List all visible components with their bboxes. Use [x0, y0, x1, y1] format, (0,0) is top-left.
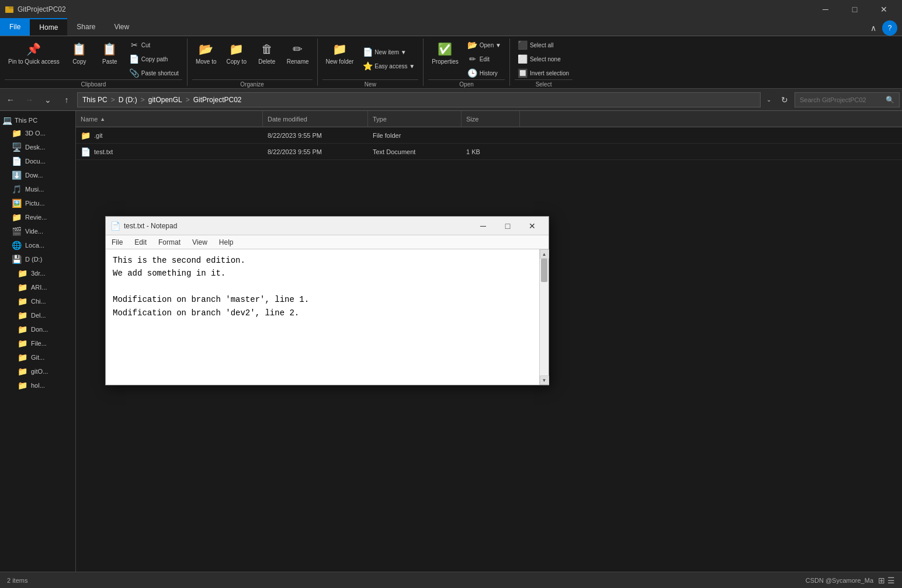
invert-selection-button[interactable]: 🔲 Invert selection [515, 67, 573, 79]
paste-button[interactable]: 📋 Paste [96, 39, 124, 79]
sidebar-item-desktop[interactable]: 🖥️ Desk... [0, 140, 75, 154]
open-button[interactable]: 📂 Open ▼ [464, 39, 505, 51]
sidebar-item-git[interactable]: 📁 Git... [0, 350, 75, 364]
tab-file[interactable]: File [0, 18, 30, 36]
window-title: GitProjectPC02 [18, 5, 66, 13]
notepad-minimize-button[interactable]: ─ [471, 218, 495, 234]
sidebar-item-this-pc[interactable]: 💻 This PC [0, 113, 75, 126]
collapse-ribbon-button[interactable]: ∧ [867, 21, 880, 35]
desktop-icon: 🖥️ [12, 142, 22, 152]
new-item-icon: 📄 [363, 47, 372, 57]
copy-button[interactable]: 📋 Copy [65, 39, 93, 79]
search-box[interactable]: 🔍 [795, 92, 900, 107]
maximize-button[interactable]: □ [841, 0, 868, 19]
select-all-button[interactable]: ⬛ Select all [515, 39, 573, 51]
scroll-down-button[interactable]: ▼ [540, 375, 549, 385]
scroll-up-button[interactable]: ▲ [540, 249, 549, 259]
notepad-text-area[interactable]: This is the second edition. We add somet… [106, 249, 539, 385]
path-dropdown-button[interactable]: ⌄ [763, 92, 775, 107]
sidebar-item-d-drive[interactable]: 💾 D (D:) [0, 252, 75, 266]
rename-button[interactable]: ✏ Rename [283, 39, 313, 79]
back-button[interactable]: ← [2, 92, 19, 108]
ribbon-tabs: File Home Share View ∧ ? [0, 19, 902, 36]
column-size[interactable]: Size [462, 111, 520, 127]
sidebar-item-3dr[interactable]: 📁 3dr... [0, 266, 75, 280]
sidebar-item-3d-objects[interactable]: 📁 3D O... [0, 126, 75, 140]
delete-icon: 🗑 [259, 41, 275, 57]
move-to-button[interactable]: 📂 Move to [192, 39, 220, 79]
new-folder-button[interactable]: 📁 New folder [322, 39, 358, 79]
sidebar-item-don[interactable]: 📁 Don... [0, 322, 75, 336]
notepad-close-button[interactable]: ✕ [521, 218, 544, 234]
minimize-button[interactable]: ─ [812, 0, 839, 19]
properties-icon: ✅ [437, 41, 453, 57]
sidebar-item-chi[interactable]: 📁 Chi... [0, 294, 75, 308]
list-view-icon[interactable]: ☰ [887, 576, 895, 585]
notepad-menu-help[interactable]: Help [213, 235, 240, 249]
recent-button[interactable]: ⌄ [40, 92, 56, 108]
title-bar: GitProjectPC02 ─ □ ✕ [0, 0, 902, 19]
sidebar-item-ari[interactable]: 📁 ARI... [0, 280, 75, 294]
up-button[interactable]: ↑ [58, 92, 75, 108]
help-button[interactable]: ? [882, 20, 897, 36]
file-type-testtxt: Text Document [368, 148, 462, 155]
copy-to-button[interactable]: 📁 Copy to [223, 39, 251, 79]
file-row-git[interactable]: 📁 .git 8/22/2023 9:55 PM File folder [76, 127, 902, 144]
notepad-menu-file[interactable]: File [106, 235, 129, 249]
notepad-maximize-button[interactable]: □ [496, 218, 519, 234]
copy-icon: 📋 [71, 41, 88, 57]
notepad-menu-view[interactable]: View [186, 235, 213, 249]
pin-to-quick-access-button[interactable]: 📌 Pin to Quick access [5, 39, 63, 79]
path-gitprojectpc02[interactable]: GitProjectPC02 [193, 96, 242, 104]
edit-button[interactable]: ✏ Edit [464, 53, 505, 65]
path-d-drive[interactable]: D (D:) [119, 96, 137, 104]
notepad-scrollbar[interactable]: ▲ ▼ [539, 249, 549, 385]
open-icon: 📂 [468, 40, 477, 50]
path-gitopengl[interactable]: gitOpenGL [148, 96, 182, 104]
sidebar-item-review[interactable]: 📁 Revie... [0, 210, 75, 224]
tab-share[interactable]: Share [67, 18, 105, 36]
sidebar-item-hol[interactable]: 📁 hol... [0, 378, 75, 392]
easy-access-button[interactable]: ⭐ Easy access ▼ [359, 60, 418, 72]
sidebar-item-pictures[interactable]: 🖼️ Pictu... [0, 196, 75, 210]
file-row-testtxt[interactable]: 📄 test.txt 8/22/2023 9:55 PM Text Docume… [76, 144, 902, 160]
address-path[interactable]: This PC > D (D:) > gitOpenGL > GitProjec… [77, 92, 761, 107]
refresh-button[interactable]: ↻ [777, 92, 792, 107]
delete-button[interactable]: 🗑 Delete [253, 39, 281, 79]
properties-button[interactable]: ✅ Properties [428, 39, 462, 79]
history-button[interactable]: 🕒 History [464, 67, 505, 79]
sidebar-item-documents[interactable]: 📄 Docu... [0, 154, 75, 168]
3d-objects-icon: 📁 [12, 128, 22, 138]
column-type[interactable]: Type [368, 111, 462, 127]
scroll-track[interactable] [540, 259, 549, 375]
sidebar-item-file[interactable]: 📁 File... [0, 336, 75, 350]
path-this-pc[interactable]: This PC [82, 96, 107, 104]
notepad-title-bar: 📄 test.txt - Notepad ─ □ ✕ [106, 217, 549, 235]
thumbnail-view-icon[interactable]: ⊞ [878, 576, 885, 585]
sidebar-item-downloads[interactable]: ⬇️ Dow... [0, 168, 75, 182]
invert-selection-icon: 🔲 [518, 68, 528, 78]
copy-path-button[interactable]: 📄 Copy path [126, 53, 182, 65]
tab-view[interactable]: View [105, 18, 138, 36]
notepad-menu-edit[interactable]: Edit [129, 235, 152, 249]
sidebar-item-gitopengl[interactable]: 📁 gitO... [0, 364, 75, 378]
sidebar-item-del[interactable]: 📁 Del... [0, 308, 75, 322]
sidebar-item-music[interactable]: 🎵 Musi... [0, 182, 75, 196]
cut-button[interactable]: ✂ Cut [126, 39, 182, 51]
notepad-content: This is the second edition. We add somet… [106, 249, 549, 385]
column-date-modified[interactable]: Date modified [263, 111, 368, 127]
sidebar-item-local[interactable]: 🌐 Loca... [0, 238, 75, 252]
new-folder-icon: 📁 [331, 41, 348, 57]
forward-button[interactable]: → [21, 92, 37, 108]
select-none-button[interactable]: ⬜ Select none [515, 53, 573, 65]
column-name[interactable]: Name ▲ [76, 111, 263, 127]
sidebar-item-videos[interactable]: 🎬 Vide... [0, 224, 75, 238]
new-item-button[interactable]: 📄 New item ▼ [359, 46, 418, 58]
notepad-menu-format[interactable]: Format [152, 235, 186, 249]
search-input[interactable] [800, 96, 886, 103]
tab-home[interactable]: Home [30, 18, 67, 36]
close-button[interactable]: ✕ [870, 0, 897, 19]
paste-shortcut-button[interactable]: 📎 Paste shortcut [126, 67, 182, 79]
file-name-testtxt: 📄 test.txt [76, 147, 263, 156]
scroll-thumb[interactable] [541, 259, 547, 282]
